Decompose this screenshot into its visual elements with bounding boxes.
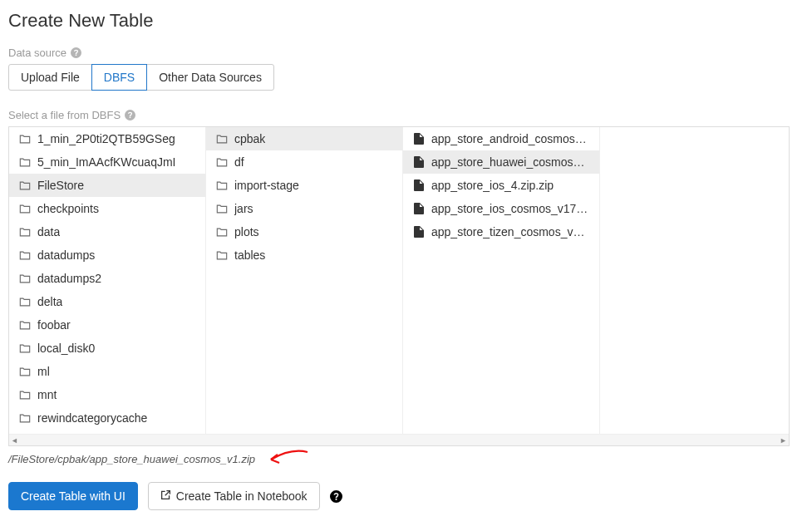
annotation-arrow — [266, 448, 312, 471]
folder-icon — [19, 389, 31, 401]
folder-icon — [19, 156, 31, 168]
item-name: 5_min_ImAAcfKWcuaqJmI — [37, 155, 176, 169]
folder-item[interactable]: spark-dotnet — [9, 430, 205, 434]
item-name: cpbak — [234, 132, 265, 145]
scroll-right-icon[interactable]: ► — [780, 436, 787, 445]
create-table-notebook-label: Create Table in Notebook — [176, 489, 308, 503]
folder-item[interactable]: cpbak — [206, 127, 402, 150]
item-name: app_store_android_cosmos… — [431, 132, 587, 145]
item-name: app_store_tizen_cosmos_v1… — [431, 225, 589, 238]
create-table-notebook-button[interactable]: Create Table in Notebook — [148, 482, 320, 510]
file-icon — [413, 203, 425, 214]
folder-icon — [19, 319, 31, 331]
file-icon — [413, 226, 425, 238]
item-name: datadumps2 — [37, 272, 101, 285]
selected-file-path: /FileStore/cpbak/app_store_huawei_cosmos… — [8, 453, 255, 465]
tab-other-data-sources[interactable]: Other Data Sources — [146, 64, 274, 91]
item-name: checkpoints — [37, 202, 99, 215]
item-name: local_disk0 — [37, 342, 95, 355]
item-name: data — [37, 225, 60, 238]
item-name: df — [234, 155, 244, 169]
file-item[interactable]: app_store_huawei_cosmos_… — [403, 150, 599, 174]
folder-icon — [216, 249, 228, 261]
file-item[interactable]: app_store_tizen_cosmos_v1… — [403, 220, 599, 243]
folder-icon — [216, 156, 228, 168]
item-name: ml — [37, 365, 50, 378]
folder-icon — [216, 226, 228, 238]
select-file-label: Select a file from DBFS — [8, 109, 121, 121]
folder-icon — [19, 412, 31, 424]
browser-column: cpbakdfimport-stagejarsplotstables — [206, 127, 403, 434]
folder-item[interactable]: delta — [9, 290, 205, 313]
item-name: jars — [234, 202, 253, 215]
external-link-icon — [160, 489, 171, 503]
item-name: 1_min_2P0ti2QTB59GSeg — [37, 132, 175, 145]
folder-item[interactable]: ml — [9, 360, 205, 383]
action-row: Create Table with UI Create Table in Not… — [8, 482, 804, 510]
help-icon[interactable] — [70, 47, 81, 59]
item-name: import-stage — [234, 179, 299, 192]
tab-dbfs[interactable]: DBFS — [91, 64, 147, 91]
page-title: Create New Table — [8, 10, 804, 32]
help-icon[interactable] — [330, 489, 343, 503]
data-source-label-row: Data source — [8, 47, 804, 59]
item-name: plots — [234, 225, 259, 238]
item-name: foobar — [37, 318, 71, 332]
folder-item[interactable]: foobar — [9, 313, 205, 337]
folder-icon — [19, 249, 31, 261]
folder-item[interactable]: data — [9, 220, 205, 243]
data-source-label: Data source — [8, 47, 66, 59]
folder-item[interactable]: datadumps2 — [9, 267, 205, 290]
path-text: /FileStore/cpbak/app_store_huawei_cosmos… — [8, 453, 255, 465]
folder-icon — [19, 203, 31, 214]
item-name: app_store_ios_cosmos_v17.… — [431, 202, 589, 215]
item-name: rewindcategorycache — [37, 411, 147, 425]
folder-item[interactable]: checkpoints — [9, 197, 205, 220]
browser-column: 1_min_2P0ti2QTB59GSeg5_min_ImAAcfKWcuaqJ… — [9, 127, 206, 434]
folder-item[interactable]: 5_min_ImAAcfKWcuaqJmI — [9, 150, 205, 174]
file-icon — [413, 179, 425, 191]
dbfs-file-browser: 1_min_2P0ti2QTB59GSeg5_min_ImAAcfKWcuaqJ… — [8, 126, 790, 446]
browser-column: app_store_android_cosmos…app_store_huawe… — [403, 127, 600, 434]
item-name: delta — [37, 295, 62, 308]
file-item[interactable]: app_store_ios_4.zip.zip — [403, 174, 599, 197]
folder-item[interactable]: jars — [206, 197, 402, 220]
folder-item[interactable]: mnt — [9, 383, 205, 406]
folder-item[interactable]: local_disk0 — [9, 337, 205, 360]
folder-icon — [19, 179, 31, 191]
item-name: app_store_ios_4.zip.zip — [431, 179, 554, 192]
file-item[interactable]: app_store_android_cosmos… — [403, 127, 599, 150]
item-name: FileStore — [37, 179, 84, 192]
horizontal-scrollbar[interactable]: ◄ ► — [9, 434, 789, 445]
help-icon[interactable] — [124, 110, 135, 121]
folder-icon — [19, 366, 31, 377]
scroll-left-icon[interactable]: ◄ — [11, 436, 18, 445]
folder-item[interactable]: datadumps — [9, 243, 205, 267]
folder-item[interactable]: rewindcategorycache — [9, 406, 205, 430]
item-name: app_store_huawei_cosmos_… — [431, 155, 589, 169]
tab-upload-file[interactable]: Upload File — [8, 64, 92, 91]
create-table-ui-button[interactable]: Create Table with UI — [8, 482, 138, 510]
folder-icon — [216, 179, 228, 191]
folder-item[interactable]: 1_min_2P0ti2QTB59GSeg — [9, 127, 205, 150]
file-item[interactable]: app_store_ios_cosmos_v17.… — [403, 197, 599, 220]
item-name: mnt — [37, 388, 57, 401]
item-name: datadumps — [37, 248, 95, 262]
folder-icon — [19, 296, 31, 307]
folder-icon — [216, 133, 228, 145]
folder-item[interactable]: FileStore — [9, 174, 205, 197]
item-name: tables — [234, 248, 265, 262]
file-icon — [413, 156, 425, 168]
folder-icon — [19, 273, 31, 284]
folder-item[interactable]: plots — [206, 220, 402, 243]
select-file-label-row: Select a file from DBFS — [8, 109, 804, 121]
file-icon — [413, 133, 425, 145]
folder-icon — [19, 226, 31, 238]
folder-item[interactable]: df — [206, 150, 402, 174]
folder-icon — [19, 133, 31, 145]
folder-item[interactable]: import-stage — [206, 174, 402, 197]
folder-icon — [19, 342, 31, 354]
folder-icon — [216, 203, 228, 214]
data-source-tabs: Upload FileDBFSOther Data Sources — [8, 64, 804, 91]
folder-item[interactable]: tables — [206, 243, 402, 267]
